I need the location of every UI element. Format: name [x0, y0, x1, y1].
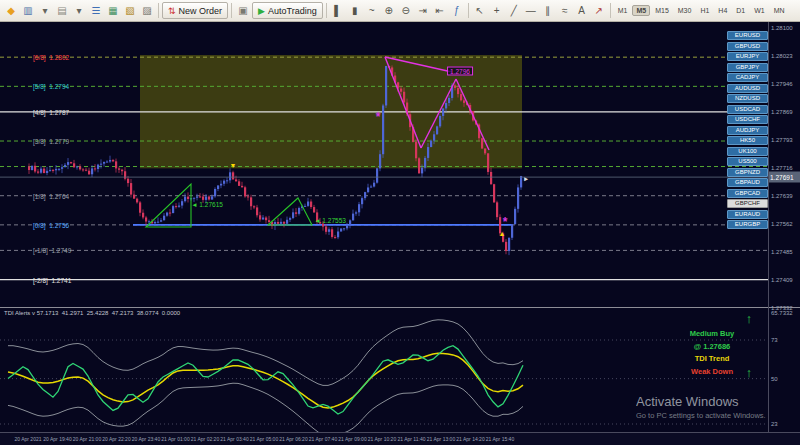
- tdi-signal-text: @ 1.27686: [670, 341, 754, 354]
- tdi-indicator-label: TDI Alerts v 57.1713 41.2971 25.4228 47.…: [4, 310, 180, 316]
- watchlist-hk50[interactable]: HK50: [727, 136, 768, 145]
- time-axis-label: 20 Apr 19:40: [43, 436, 71, 442]
- time-axis-label: 21 Apr 10:20: [368, 436, 396, 442]
- data-window-icon[interactable]: ▦: [105, 2, 121, 19]
- toolbar-separator: [231, 3, 232, 18]
- text-label-icon[interactable]: A: [574, 2, 590, 19]
- price-axis-label: 1.27639: [771, 193, 793, 199]
- candlestick-chart-icon[interactable]: ▮: [347, 2, 363, 19]
- autotrading-button[interactable]: ▶AutoTrading: [252, 2, 323, 19]
- price-axis-label: 1.27946: [771, 81, 793, 87]
- new-order-button-icon: ⇅: [168, 6, 176, 16]
- autotrading-button-label: AutoTrading: [268, 6, 317, 16]
- axis-border: [768, 22, 769, 432]
- price-axis-label: 1.27793: [771, 137, 793, 143]
- last-price-arrow: ▸: [523, 175, 528, 182]
- watchlist-audjpy[interactable]: AUDJPY: [727, 126, 768, 135]
- timeframe-m1[interactable]: M1: [614, 5, 632, 16]
- bar-chart-icon[interactable]: ▌: [330, 2, 346, 19]
- new-order-button-label: New Order: [179, 6, 223, 16]
- toolbar-separator: [610, 3, 611, 18]
- cursor-icon[interactable]: ↖: [472, 2, 488, 19]
- arrow-tool-icon[interactable]: ↗: [591, 2, 607, 19]
- chart-canvas[interactable]: ▼**▲▸: [0, 22, 768, 432]
- watchlist-usdcad[interactable]: USDCAD: [727, 105, 768, 114]
- time-axis-label: 20 Apr 21:00: [73, 436, 101, 442]
- new-order-button[interactable]: ⇅New Order: [162, 2, 228, 19]
- profiles-icon[interactable]: ▤: [54, 2, 70, 19]
- profiles-dropdown-icon[interactable]: ▾: [71, 2, 87, 19]
- time-axis-label: 21 Apr 07:40: [309, 436, 337, 442]
- timeframe-h4[interactable]: H4: [714, 5, 731, 16]
- watchlist-eurusd[interactable]: EURUSD: [727, 31, 768, 40]
- tdi-values: 57.1713 41.2971 25.4228 47.2173 38.0774 …: [37, 310, 180, 316]
- timeframe-d1[interactable]: D1: [732, 5, 749, 16]
- watchlist-gbpcad[interactable]: GBPCAD: [727, 189, 768, 198]
- watchlist-uk100[interactable]: UK100: [727, 147, 768, 156]
- tdi-signal-text: Medium Buy: [670, 328, 754, 341]
- time-axis[interactable]: 20 Apr 202120 Apr 19:4020 Apr 21:0020 Ap…: [0, 432, 800, 445]
- tdi-market-base-line: [8, 353, 523, 408]
- indicator-level-label: 23: [771, 421, 778, 427]
- time-axis-label: 21 Apr 15:40: [486, 436, 514, 442]
- watchlist-nzdusd[interactable]: NZDUSD: [727, 94, 768, 103]
- current-price-tag: 1.27691: [768, 172, 800, 183]
- timeframe-h1[interactable]: H1: [696, 5, 713, 16]
- watchlist-gbpaud[interactable]: GBPAUD: [727, 178, 768, 187]
- watchlist-euraud[interactable]: EURAUD: [727, 210, 768, 219]
- watchlist-gbpnzd[interactable]: GBPNZD: [727, 168, 768, 177]
- toolbar-separator: [326, 3, 327, 18]
- watchlist-gbpjpy[interactable]: GBPJPY: [727, 63, 768, 72]
- watchlist-us500[interactable]: US500: [727, 157, 768, 166]
- watchlist-eurgbp[interactable]: EURGBP: [727, 220, 768, 229]
- watchlist-eurjpy[interactable]: EURJPY: [727, 52, 768, 61]
- navigator-icon[interactable]: ▧: [122, 2, 138, 19]
- crosshair-icon[interactable]: +: [489, 2, 505, 19]
- channel-icon[interactable]: ∥: [540, 2, 556, 19]
- zoom-in-icon[interactable]: ⊕: [381, 2, 397, 19]
- price-axis-label: 1.27562: [771, 221, 793, 227]
- market-watch-icon[interactable]: ☰: [88, 2, 104, 19]
- toolbar: ◆▥▾▤▾☰▦▧▨⇅New Order▣▶AutoTrading▌▮~⊕⊖⇥⇤ƒ…: [0, 0, 800, 22]
- terminal-panel-icon[interactable]: ▨: [139, 2, 155, 19]
- metaeditor-icon[interactable]: ▣: [235, 2, 251, 19]
- chart-dropdown-icon[interactable]: ▾: [37, 2, 53, 19]
- timeframe-m5[interactable]: M5: [632, 5, 650, 16]
- toolbar-separator: [158, 3, 159, 18]
- new-chart-icon[interactable]: ▥: [20, 2, 36, 19]
- timeframe-m15[interactable]: M15: [651, 5, 673, 16]
- timeframe-m30[interactable]: M30: [674, 5, 696, 16]
- time-axis-label: 21 Apr 11:40: [398, 436, 426, 442]
- buy-arrow-marker: ▲: [499, 230, 506, 237]
- watchlist-audusd[interactable]: AUDUSD: [727, 84, 768, 93]
- horizontal-line-icon[interactable]: ―: [523, 2, 539, 19]
- timeframe-mn[interactable]: MN: [770, 5, 789, 16]
- price-axis-label: 1.28100: [771, 25, 793, 31]
- price-axis-label: 1.28023: [771, 53, 793, 59]
- chart-shift-icon[interactable]: ⇤: [432, 2, 448, 19]
- watchlist-usdchf[interactable]: USDCHF: [727, 115, 768, 124]
- tdi-signal-text: Weak Down: [670, 366, 754, 379]
- time-axis-label: 21 Apr 05:00: [250, 436, 278, 442]
- price-axis-label: 1.27409: [771, 277, 793, 283]
- indicator-scale-label: 65.7332: [771, 310, 793, 316]
- watchlist-gbpusd[interactable]: GBPUSD: [727, 42, 768, 51]
- indicators-icon[interactable]: ƒ: [449, 2, 465, 19]
- tdi-lower-band: [8, 383, 523, 432]
- sell-arrow-marker: ▼: [230, 162, 237, 169]
- trendline-icon[interactable]: ╱: [506, 2, 522, 19]
- indicator-level-label: 73: [771, 337, 778, 343]
- line-chart-icon[interactable]: ~: [364, 2, 380, 19]
- fibonacci-icon[interactable]: ≈: [557, 2, 573, 19]
- app-logo-icon[interactable]: ◆: [3, 2, 19, 19]
- watchlist-cadjpy[interactable]: CADJPY: [727, 73, 768, 82]
- zoom-out-icon[interactable]: ⊖: [398, 2, 414, 19]
- indicator-level-label: 50: [771, 376, 778, 382]
- auto-scroll-icon[interactable]: ⇥: [415, 2, 431, 19]
- pane-divider[interactable]: [0, 307, 800, 308]
- watchlist-gbpchf[interactable]: GBPCHF: [727, 199, 768, 208]
- price-axis[interactable]: 1.281001.280231.279461.278691.277931.277…: [768, 22, 800, 432]
- time-axis-label: 21 Apr 14:20: [456, 436, 484, 442]
- timeframe-w1[interactable]: W1: [750, 5, 769, 16]
- time-axis-label: 20 Apr 2021: [15, 436, 42, 442]
